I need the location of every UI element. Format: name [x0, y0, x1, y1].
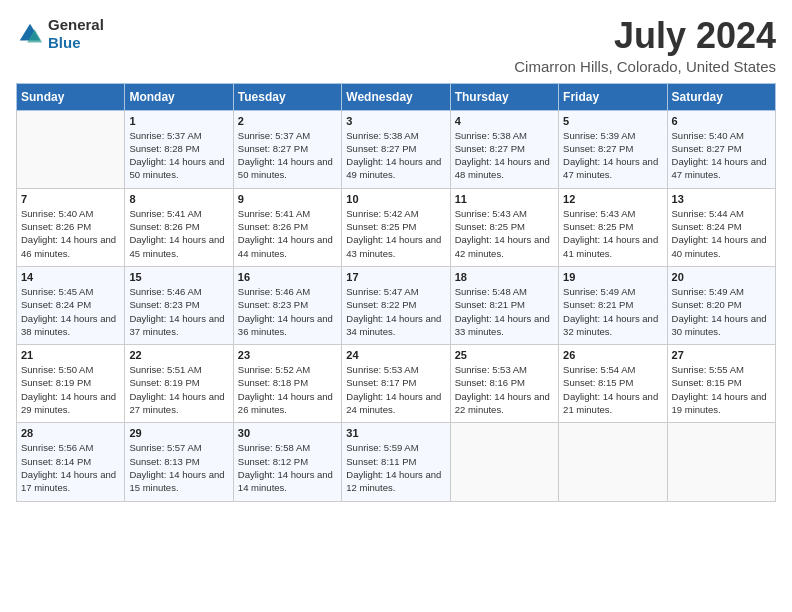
day-info: Sunrise: 5:58 AMSunset: 8:12 PMDaylight:…: [238, 441, 337, 494]
day-info: Sunrise: 5:50 AMSunset: 8:19 PMDaylight:…: [21, 363, 120, 416]
calendar-week-3: 14Sunrise: 5:45 AMSunset: 8:24 PMDayligh…: [17, 266, 776, 344]
day-info: Sunrise: 5:37 AMSunset: 8:28 PMDaylight:…: [129, 129, 228, 182]
calendar-cell: 21Sunrise: 5:50 AMSunset: 8:19 PMDayligh…: [17, 345, 125, 423]
day-number: 17: [346, 271, 445, 283]
page-header: General Blue July 2024 Cimarron Hills, C…: [16, 16, 776, 75]
day-number: 16: [238, 271, 337, 283]
calendar-cell: 24Sunrise: 5:53 AMSunset: 8:17 PMDayligh…: [342, 345, 450, 423]
calendar-week-4: 21Sunrise: 5:50 AMSunset: 8:19 PMDayligh…: [17, 345, 776, 423]
calendar-cell: 22Sunrise: 5:51 AMSunset: 8:19 PMDayligh…: [125, 345, 233, 423]
day-info: Sunrise: 5:43 AMSunset: 8:25 PMDaylight:…: [455, 207, 554, 260]
day-number: 29: [129, 427, 228, 439]
day-info: Sunrise: 5:52 AMSunset: 8:18 PMDaylight:…: [238, 363, 337, 416]
weekday-header-monday: Monday: [125, 83, 233, 110]
calendar-cell: 12Sunrise: 5:43 AMSunset: 8:25 PMDayligh…: [559, 188, 667, 266]
calendar-cell: 10Sunrise: 5:42 AMSunset: 8:25 PMDayligh…: [342, 188, 450, 266]
day-info: Sunrise: 5:48 AMSunset: 8:21 PMDaylight:…: [455, 285, 554, 338]
location-title: Cimarron Hills, Colorado, United States: [514, 58, 776, 75]
calendar-week-1: 1Sunrise: 5:37 AMSunset: 8:28 PMDaylight…: [17, 110, 776, 188]
day-number: 3: [346, 115, 445, 127]
day-info: Sunrise: 5:46 AMSunset: 8:23 PMDaylight:…: [129, 285, 228, 338]
day-number: 31: [346, 427, 445, 439]
day-number: 14: [21, 271, 120, 283]
calendar-week-5: 28Sunrise: 5:56 AMSunset: 8:14 PMDayligh…: [17, 423, 776, 501]
calendar-cell: 28Sunrise: 5:56 AMSunset: 8:14 PMDayligh…: [17, 423, 125, 501]
day-number: 23: [238, 349, 337, 361]
day-number: 11: [455, 193, 554, 205]
calendar-cell: 1Sunrise: 5:37 AMSunset: 8:28 PMDaylight…: [125, 110, 233, 188]
calendar-cell: [450, 423, 558, 501]
calendar-cell: 31Sunrise: 5:59 AMSunset: 8:11 PMDayligh…: [342, 423, 450, 501]
day-info: Sunrise: 5:46 AMSunset: 8:23 PMDaylight:…: [238, 285, 337, 338]
day-number: 20: [672, 271, 771, 283]
calendar-table: SundayMondayTuesdayWednesdayThursdayFrid…: [16, 83, 776, 502]
calendar-cell: 23Sunrise: 5:52 AMSunset: 8:18 PMDayligh…: [233, 345, 341, 423]
day-number: 19: [563, 271, 662, 283]
day-info: Sunrise: 5:56 AMSunset: 8:14 PMDaylight:…: [21, 441, 120, 494]
day-number: 13: [672, 193, 771, 205]
day-info: Sunrise: 5:59 AMSunset: 8:11 PMDaylight:…: [346, 441, 445, 494]
calendar-cell: 30Sunrise: 5:58 AMSunset: 8:12 PMDayligh…: [233, 423, 341, 501]
day-number: 2: [238, 115, 337, 127]
calendar-week-2: 7Sunrise: 5:40 AMSunset: 8:26 PMDaylight…: [17, 188, 776, 266]
day-number: 6: [672, 115, 771, 127]
day-info: Sunrise: 5:41 AMSunset: 8:26 PMDaylight:…: [129, 207, 228, 260]
calendar-cell: 19Sunrise: 5:49 AMSunset: 8:21 PMDayligh…: [559, 266, 667, 344]
day-number: 7: [21, 193, 120, 205]
day-info: Sunrise: 5:42 AMSunset: 8:25 PMDaylight:…: [346, 207, 445, 260]
day-number: 12: [563, 193, 662, 205]
title-block: July 2024 Cimarron Hills, Colorado, Unit…: [514, 16, 776, 75]
weekday-header-friday: Friday: [559, 83, 667, 110]
day-info: Sunrise: 5:40 AMSunset: 8:27 PMDaylight:…: [672, 129, 771, 182]
day-info: Sunrise: 5:49 AMSunset: 8:21 PMDaylight:…: [563, 285, 662, 338]
weekday-header-tuesday: Tuesday: [233, 83, 341, 110]
calendar-cell: [667, 423, 775, 501]
calendar-cell: 20Sunrise: 5:49 AMSunset: 8:20 PMDayligh…: [667, 266, 775, 344]
day-number: 26: [563, 349, 662, 361]
day-info: Sunrise: 5:40 AMSunset: 8:26 PMDaylight:…: [21, 207, 120, 260]
day-number: 4: [455, 115, 554, 127]
day-number: 15: [129, 271, 228, 283]
calendar-body: 1Sunrise: 5:37 AMSunset: 8:28 PMDaylight…: [17, 110, 776, 501]
calendar-cell: 14Sunrise: 5:45 AMSunset: 8:24 PMDayligh…: [17, 266, 125, 344]
calendar-cell: 18Sunrise: 5:48 AMSunset: 8:21 PMDayligh…: [450, 266, 558, 344]
calendar-cell: 2Sunrise: 5:37 AMSunset: 8:27 PMDaylight…: [233, 110, 341, 188]
day-info: Sunrise: 5:37 AMSunset: 8:27 PMDaylight:…: [238, 129, 337, 182]
day-info: Sunrise: 5:43 AMSunset: 8:25 PMDaylight:…: [563, 207, 662, 260]
calendar-cell: 6Sunrise: 5:40 AMSunset: 8:27 PMDaylight…: [667, 110, 775, 188]
calendar-cell: 26Sunrise: 5:54 AMSunset: 8:15 PMDayligh…: [559, 345, 667, 423]
calendar-cell: 27Sunrise: 5:55 AMSunset: 8:15 PMDayligh…: [667, 345, 775, 423]
weekday-header-saturday: Saturday: [667, 83, 775, 110]
weekday-header-thursday: Thursday: [450, 83, 558, 110]
day-number: 5: [563, 115, 662, 127]
day-number: 27: [672, 349, 771, 361]
day-info: Sunrise: 5:41 AMSunset: 8:26 PMDaylight:…: [238, 207, 337, 260]
day-info: Sunrise: 5:51 AMSunset: 8:19 PMDaylight:…: [129, 363, 228, 416]
calendar-cell: [17, 110, 125, 188]
logo-text: General Blue: [48, 16, 104, 52]
day-info: Sunrise: 5:57 AMSunset: 8:13 PMDaylight:…: [129, 441, 228, 494]
day-info: Sunrise: 5:38 AMSunset: 8:27 PMDaylight:…: [455, 129, 554, 182]
day-info: Sunrise: 5:49 AMSunset: 8:20 PMDaylight:…: [672, 285, 771, 338]
calendar-cell: 9Sunrise: 5:41 AMSunset: 8:26 PMDaylight…: [233, 188, 341, 266]
day-info: Sunrise: 5:39 AMSunset: 8:27 PMDaylight:…: [563, 129, 662, 182]
day-number: 9: [238, 193, 337, 205]
calendar-cell: 17Sunrise: 5:47 AMSunset: 8:22 PMDayligh…: [342, 266, 450, 344]
calendar-cell: 5Sunrise: 5:39 AMSunset: 8:27 PMDaylight…: [559, 110, 667, 188]
day-number: 21: [21, 349, 120, 361]
calendar-cell: 16Sunrise: 5:46 AMSunset: 8:23 PMDayligh…: [233, 266, 341, 344]
calendar-cell: [559, 423, 667, 501]
calendar-cell: 8Sunrise: 5:41 AMSunset: 8:26 PMDaylight…: [125, 188, 233, 266]
day-number: 28: [21, 427, 120, 439]
weekday-header-row: SundayMondayTuesdayWednesdayThursdayFrid…: [17, 83, 776, 110]
day-number: 18: [455, 271, 554, 283]
day-info: Sunrise: 5:53 AMSunset: 8:16 PMDaylight:…: [455, 363, 554, 416]
calendar-cell: 25Sunrise: 5:53 AMSunset: 8:16 PMDayligh…: [450, 345, 558, 423]
logo: General Blue: [16, 16, 104, 52]
day-info: Sunrise: 5:38 AMSunset: 8:27 PMDaylight:…: [346, 129, 445, 182]
day-info: Sunrise: 5:45 AMSunset: 8:24 PMDaylight:…: [21, 285, 120, 338]
day-number: 10: [346, 193, 445, 205]
calendar-cell: 3Sunrise: 5:38 AMSunset: 8:27 PMDaylight…: [342, 110, 450, 188]
weekday-header-sunday: Sunday: [17, 83, 125, 110]
calendar-cell: 15Sunrise: 5:46 AMSunset: 8:23 PMDayligh…: [125, 266, 233, 344]
